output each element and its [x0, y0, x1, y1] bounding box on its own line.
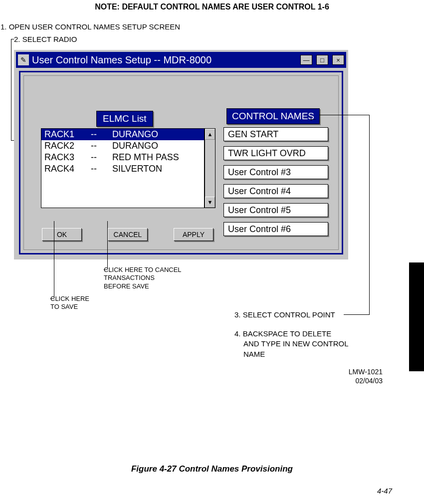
name-col: RED MTH PASS	[112, 152, 201, 163]
callout-ok: CLICK HERE TO SAVE	[50, 295, 89, 311]
list-item[interactable]: RACK4 -- SILVERTON	[41, 163, 204, 175]
callout-line	[11, 39, 11, 140]
scroll-down-icon[interactable]: ▼	[205, 197, 215, 208]
name-col: DURANGO	[112, 129, 201, 140]
callout-line	[319, 115, 369, 115]
callout-line	[369, 115, 370, 314]
minimize-button[interactable]: —	[300, 55, 312, 65]
page-edge-tab	[409, 262, 424, 371]
rack-col: RACK1	[44, 129, 82, 140]
figure-caption: Figure 4-27 Control Names Provisioning	[0, 464, 424, 474]
callout-cancel: CLICK HERE TO CANCEL TRANSACTIONS BEFORE…	[104, 266, 182, 290]
step4-line: NAME	[234, 349, 349, 359]
rack-col: RACK2	[44, 141, 82, 151]
titlebar: ✎ User Control Names Setup -- MDR-8000 —…	[16, 52, 346, 68]
dash-col: --	[91, 141, 103, 151]
callout-line	[54, 221, 54, 298]
setup-window: ✎ User Control Names Setup -- MDR-8000 —…	[14, 50, 348, 259]
control-name-4-input[interactable]: User Control #4	[223, 184, 328, 198]
elmc-list-label: ELMC List	[96, 111, 153, 127]
step-2: 2. SELECT RADIO	[14, 35, 77, 43]
scrollbar[interactable]: ▲ ▼	[205, 128, 215, 208]
window-client: ELMC List RACK1 -- DURANGO RACK2 -- DURA…	[19, 71, 343, 254]
docid-line: 02/04/03	[0, 377, 383, 386]
callout-text: BEFORE SAVE	[104, 282, 182, 290]
button-row: OK CANCEL APPLY	[42, 228, 213, 241]
apply-button[interactable]: APPLY	[174, 228, 213, 241]
callout-text: TRANSACTIONS	[104, 274, 182, 282]
step4-line: AND TYPE IN NEW CONTROL	[234, 339, 349, 349]
rack-col: RACK3	[44, 152, 82, 163]
radio-listbox[interactable]: RACK1 -- DURANGO RACK2 -- DURANGO RACK3 …	[41, 128, 215, 208]
control-names-label: CONTROL NAMES	[226, 108, 320, 124]
dash-col: --	[91, 129, 103, 140]
step-3: 3. SELECT CONTROL POINT	[234, 310, 335, 319]
list-item[interactable]: RACK1 -- DURANGO	[41, 129, 204, 140]
callout-text: CLICK HERE	[50, 295, 89, 303]
docid-line: LMW-1021	[0, 368, 383, 377]
callout-line	[107, 221, 108, 269]
callout-line	[344, 314, 370, 315]
step-4: 4. BACKSPACE TO DELETE AND TYPE IN NEW C…	[234, 329, 349, 359]
step4-line: 4. BACKSPACE TO DELETE	[234, 329, 349, 339]
maximize-button[interactable]: □	[316, 55, 328, 65]
doc-id: LMW-1021 02/04/03	[0, 368, 383, 385]
control-name-2-input[interactable]: TWR LIGHT OVRD	[223, 146, 328, 160]
cancel-button[interactable]: CANCEL	[108, 228, 148, 241]
name-col: DURANGO	[112, 141, 201, 151]
rack-col: RACK4	[44, 164, 82, 174]
name-col: SILVERTON	[112, 164, 201, 174]
dash-col: --	[91, 152, 103, 163]
dash-col: --	[91, 164, 103, 174]
radio-listbox-inner[interactable]: RACK1 -- DURANGO RACK2 -- DURANGO RACK3 …	[41, 128, 205, 208]
list-item[interactable]: RACK2 -- DURANGO	[41, 140, 204, 152]
list-item[interactable]: RACK3 -- RED MTH PASS	[41, 152, 204, 163]
system-menu-icon[interactable]: ✎	[18, 54, 29, 65]
control-name-3-input[interactable]: User Control #3	[223, 165, 328, 179]
control-name-1-input[interactable]: GEN START	[223, 127, 328, 141]
control-name-fields: GEN START TWR LIGHT OVRD User Control #3…	[223, 127, 328, 236]
control-name-6-input[interactable]: User Control #6	[223, 222, 328, 236]
note-heading: NOTE: DEFAULT CONTROL NAMES ARE USER CON…	[0, 2, 424, 11]
step-1: 1. OPEN USER CONTROL NAMES SETUP SCREEN	[0, 22, 180, 31]
callout-text: CLICK HERE TO CANCEL	[104, 266, 182, 274]
close-button[interactable]: ×	[332, 55, 344, 65]
scroll-up-icon[interactable]: ▲	[205, 129, 215, 140]
control-name-5-input[interactable]: User Control #5	[223, 203, 328, 217]
page-number: 4-47	[377, 487, 392, 495]
callout-text: TO SAVE	[50, 303, 89, 311]
window-title: User Control Names Setup -- MDR-8000	[32, 54, 212, 66]
inner-frame: ELMC List RACK1 -- DURANGO RACK2 -- DURA…	[23, 75, 339, 250]
pointer-arrow-icon: ←	[308, 114, 317, 125]
ok-button[interactable]: OK	[42, 228, 82, 241]
